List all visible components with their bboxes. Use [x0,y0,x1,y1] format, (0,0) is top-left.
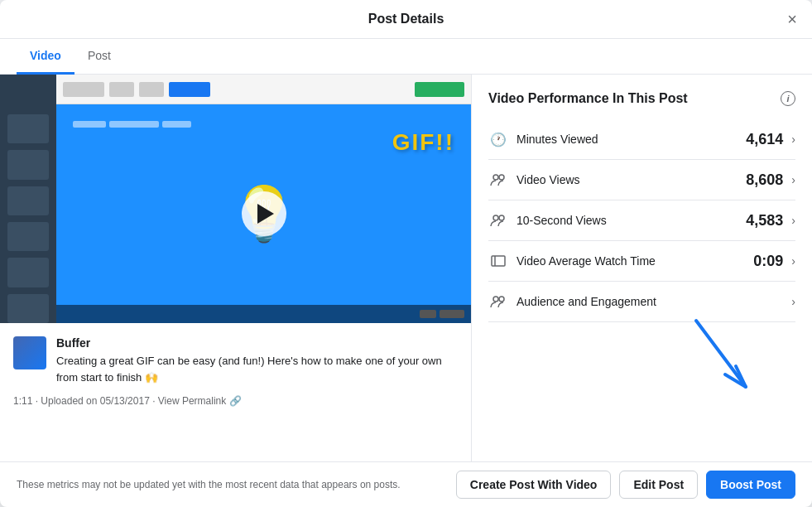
post-body: Creating a great GIF can be easy (and fu… [56,353,458,385]
info-icon[interactable]: i [781,91,795,106]
close-button[interactable]: × [787,11,797,27]
svg-point-2 [493,215,498,220]
avatar [13,336,46,369]
svg-point-3 [499,215,504,220]
metric-value-avg-watch-time: 0:09 [753,253,783,270]
svg-point-1 [499,175,504,180]
right-panel: Video Performance In This Post i 🕐 Minut… [472,75,812,461]
modal-header: Post Details × [0,0,812,39]
tab-post[interactable]: Post [74,39,124,75]
watch-time-icon [488,251,508,271]
performance-header: Video Performance In This Post i [488,91,795,106]
ten-second-views-icon [488,210,508,230]
post-info: Buffer Creating a great GIF can be easy … [0,323,471,420]
metric-label-video-views: Video Views [517,173,746,186]
boost-post-button[interactable]: Boost Post [706,471,795,499]
metric-label-ten-second-views: 10-Second Views [517,214,746,227]
metric-label-minutes-viewed: Minutes Viewed [517,133,746,146]
tabs-row: Video Post [0,39,812,75]
metric-value-minutes-viewed: 4,614 [746,131,783,148]
post-author: Buffer [56,336,458,350]
left-panel: How to Make a GIF [0,75,472,461]
metrics-list: 🕐 Minutes Viewed 4,614 › Video V [488,119,795,322]
svg-point-6 [493,297,498,302]
post-text-block: Buffer Creating a great GIF can be easy … [56,336,458,385]
video-views-icon [488,170,508,190]
metric-row-avg-watch-time[interactable]: Video Average Watch Time 0:09 › [488,241,795,282]
post-timestamp: 1:11 · Uploaded on 05/13/2017 · View Per… [13,395,458,407]
play-triangle [257,204,274,224]
svg-point-0 [493,175,498,180]
modal-body: How to Make a GIF [0,75,812,461]
avatar-image [13,336,46,369]
metric-row-video-views[interactable]: Video Views 8,608 › [488,160,795,200]
clock-icon: 🕐 [488,129,508,149]
arrow-annotation [680,312,779,412]
chevron-icon-avg-watch-time: › [791,254,795,268]
metric-value-ten-second-views: 4,583 [746,212,783,229]
chevron-icon-ten-second-views: › [791,214,795,227]
svg-point-7 [499,297,504,302]
play-button[interactable] [242,191,286,236]
metric-row-ten-second-views[interactable]: 10-Second Views 4,583 › [488,200,795,241]
create-post-video-button[interactable]: Create Post With Video [456,471,612,499]
footer-actions: Create Post With Video Edit Post Boost P… [456,471,795,499]
chevron-icon-audience-engagement: › [791,295,795,308]
footer-note: These metrics may not be updated yet wit… [17,479,401,490]
post-meta-row: Buffer Creating a great GIF can be easy … [13,336,458,385]
post-details-modal: Post Details × Video Post How to Make a … [0,0,812,507]
video-container: How to Make a GIF [0,75,471,323]
edit-post-button[interactable]: Edit Post [619,471,698,499]
chevron-icon-video-views: › [791,173,795,186]
audience-icon [488,292,508,311]
performance-title: Video Performance In This Post [488,91,688,106]
modal-footer: These metrics may not be updated yet wit… [0,461,812,507]
metric-label-avg-watch-time: Video Average Watch Time [517,254,753,268]
metric-row-minutes-viewed[interactable]: 🕐 Minutes Viewed 4,614 › [488,119,795,160]
chevron-icon-minutes-viewed: › [791,133,795,146]
modal-title: Post Details [368,12,444,27]
tab-video[interactable]: Video [17,39,74,75]
metric-label-audience-engagement: Audience and Engagement [517,295,783,308]
svg-rect-4 [492,256,505,266]
metric-value-video-views: 8,608 [746,171,783,189]
